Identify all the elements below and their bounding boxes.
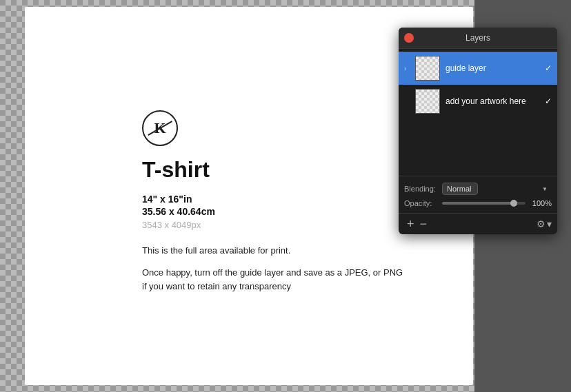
blending-select[interactable]: Normal Multiply Screen Overlay — [442, 183, 478, 195]
layer-row[interactable]: › guide layer ✓ — [399, 52, 557, 85]
blending-label: Blending: — [404, 185, 442, 193]
layers-panel: Layers › guide layer ✓ add your artwork … — [399, 28, 557, 234]
print-description: This is the full area available for prin… — [142, 244, 404, 258]
opacity-slider-thumb — [510, 200, 517, 207]
layer-thumbnail — [415, 56, 440, 81]
layers-controls: Blending: Normal Multiply Screen Overlay… — [399, 176, 557, 213]
layer-thumbnail — [415, 89, 440, 114]
layers-spacer — [399, 118, 557, 173]
opacity-row: Opacity: 100% — [404, 199, 552, 207]
opacity-value: 100% — [531, 199, 552, 207]
blending-row: Blending: Normal Multiply Screen Overlay — [404, 182, 552, 195]
layers-list: › guide layer ✓ add your artwork here ✓ — [399, 49, 557, 176]
chevron-down-icon: ▾ — [547, 218, 552, 229]
layer-name: add your artwork here — [445, 96, 542, 106]
dimensions-px: 3543 x 4049px — [142, 220, 404, 230]
product-title: T-shirt — [142, 157, 404, 183]
close-button[interactable] — [404, 33, 414, 43]
layer-name: guide layer — [445, 63, 542, 73]
add-layer-button[interactable]: + — [404, 218, 417, 230]
layer-visibility-check[interactable]: ✓ — [545, 96, 552, 106]
dimensions-cm: 35.56 x 40.64cm — [142, 206, 404, 217]
layer-options-button[interactable]: ⚙ ▾ — [537, 218, 552, 229]
layers-panel-title: Layers — [465, 33, 490, 43]
logo-circle: K — [142, 110, 178, 146]
gear-icon: ⚙ — [537, 218, 545, 229]
layers-footer: + − ⚙ ▾ — [399, 213, 557, 234]
product-info: K T-shirt 14" x 16"in 35.56 x 40.64cm 35… — [142, 110, 404, 294]
blending-select-wrapper: Normal Multiply Screen Overlay — [442, 182, 552, 195]
layer-arrow-icon: › — [404, 65, 412, 72]
dimensions-imperial: 14" x 16"in — [142, 194, 404, 205]
layers-header: Layers — [399, 28, 557, 49]
opacity-slider[interactable] — [442, 202, 525, 205]
opacity-label: Opacity: — [404, 199, 442, 207]
layer-row[interactable]: add your artwork here ✓ — [399, 85, 557, 118]
remove-layer-button[interactable]: − — [417, 218, 430, 230]
logo-letter: K — [154, 119, 166, 137]
layer-visibility-check[interactable]: ✓ — [545, 63, 552, 73]
save-instructions: Once happy, turn off the guide layer and… — [142, 266, 404, 295]
